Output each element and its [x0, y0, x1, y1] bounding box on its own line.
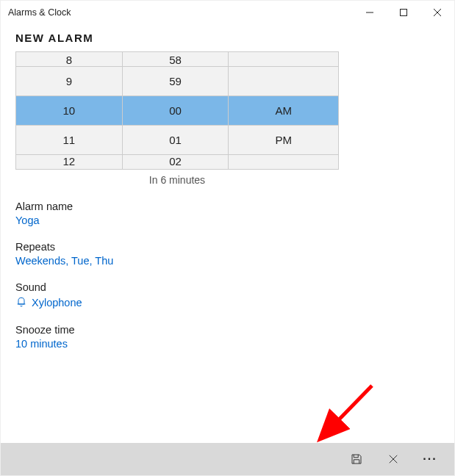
hour-option[interactable]: 12: [16, 155, 123, 170]
minute-option[interactable]: 01: [122, 126, 229, 155]
command-bar: ···: [1, 443, 454, 475]
alarm-name-field[interactable]: Alarm name Yoga: [15, 201, 440, 226]
hour-selected[interactable]: 10: [16, 96, 123, 126]
hour-option[interactable]: 8: [16, 52, 123, 67]
bell-icon: [15, 295, 27, 309]
cancel-button[interactable]: [375, 443, 412, 475]
ampm-option[interactable]: PM: [229, 126, 339, 155]
ampm-option[interactable]: [229, 155, 339, 170]
svg-rect-1: [401, 10, 407, 16]
ampm-option[interactable]: [229, 67, 339, 96]
alarm-name-label: Alarm name: [15, 201, 440, 212]
hour-option[interactable]: 9: [16, 67, 123, 96]
snooze-label: Snooze time: [15, 324, 440, 336]
save-button[interactable]: [338, 443, 375, 475]
titlebar: Alarms & Clock: [1, 1, 454, 24]
page-title: NEW ALARM: [15, 32, 440, 44]
sound-value-text: Xylophone: [32, 297, 82, 309]
ellipsis-icon: ···: [423, 453, 437, 465]
window-controls: [353, 1, 454, 24]
snooze-value[interactable]: 10 minutes: [15, 338, 440, 350]
minute-selected[interactable]: 00: [122, 96, 229, 126]
repeats-field[interactable]: Repeats Weekends, Tue, Thu: [15, 241, 440, 267]
time-until: In 6 minutes: [15, 174, 339, 186]
alarm-name-value[interactable]: Yoga: [15, 214, 440, 226]
sound-field[interactable]: Sound Xylophone: [15, 281, 440, 309]
minimize-button[interactable]: [353, 1, 387, 24]
snooze-field[interactable]: Snooze time 10 minutes: [15, 324, 440, 350]
more-button[interactable]: ···: [412, 443, 448, 475]
ampm-option[interactable]: [229, 52, 339, 67]
repeats-value[interactable]: Weekends, Tue, Thu: [15, 255, 440, 267]
content-area: NEW ALARM 8 58 9 59 10 00 AM 11 01 PM: [1, 24, 454, 443]
close-button[interactable]: [420, 1, 454, 24]
hour-option[interactable]: 11: [16, 126, 123, 155]
window-title: Alarms & Clock: [8, 7, 71, 18]
time-picker[interactable]: 8 58 9 59 10 00 AM 11 01 PM 12 02: [15, 51, 339, 170]
sound-value[interactable]: Xylophone: [15, 295, 440, 309]
sound-label: Sound: [15, 281, 440, 293]
ampm-selected[interactable]: AM: [229, 96, 339, 126]
minute-option[interactable]: 59: [122, 67, 229, 96]
minute-option[interactable]: 02: [122, 155, 229, 170]
maximize-button[interactable]: [387, 1, 420, 24]
app-window: Alarms & Clock NEW ALARM 8 58 9 59: [0, 0, 455, 476]
minute-option[interactable]: 58: [122, 52, 229, 67]
repeats-label: Repeats: [15, 241, 440, 253]
